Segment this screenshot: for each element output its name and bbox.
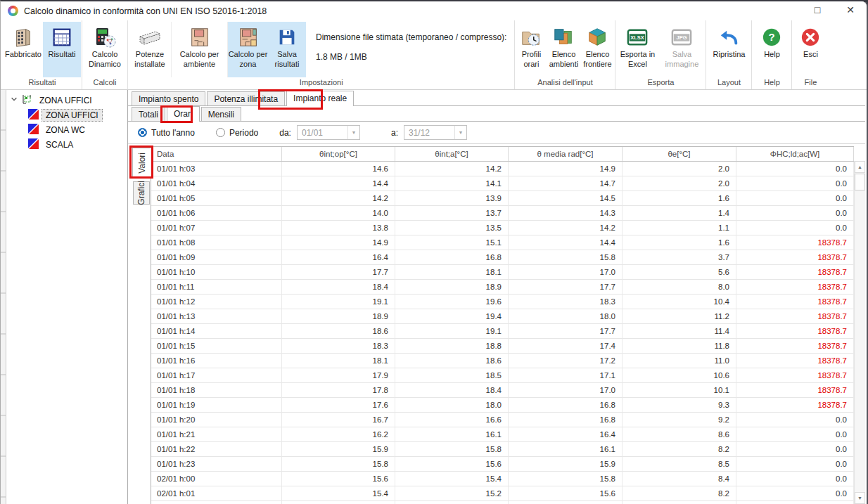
column-header-phi-hc[interactable]: ΦHC;ld;ac[W] [736,147,854,161]
calcolo-dinamico-button[interactable]: Calcolo Dinamico [83,22,127,77]
tree-item-scala[interactable]: SCALA [6,137,127,152]
table-row[interactable]: 01/01 h:0916.416.815.83.718378.7 [151,250,854,265]
cell-value: 17.2 [509,354,623,368]
cell-value: 14.7 [509,176,623,191]
table-row[interactable]: 01/01 h:2215.915.816.18.20.0 [151,442,854,457]
help-button[interactable]: ? Help [753,22,791,77]
cell-value: 14.2 [395,162,509,176]
column-header-theta-media-rad[interactable]: θ media rad[°C] [509,147,623,161]
radio-tutto-anno-label: Tutto l'anno [151,128,195,138]
column-header-theta-int-op[interactable]: θint;op[°C] [282,147,395,161]
cell-value: 14.5 [509,191,623,206]
table-icon [51,24,73,50]
table-row[interactable]: 01/01 h:1817.818.417.010.118378.7 [151,383,854,398]
risultati-button[interactable]: Risultati [43,22,81,77]
button-label: Calcolo Dinamico [83,50,127,70]
elenco-frontiere-button[interactable]: Elenco frontiere [580,22,614,77]
salva-immagine-button[interactable]: JPG Salva immagine [658,22,705,77]
table-row[interactable]: 01/01 h:2116.216.116.48.60.0 [151,427,854,442]
fabbricato-button[interactable]: Fabbricato [4,22,43,77]
date-to-select[interactable]: 31/12 ▼ [404,125,467,140]
cell-date: 02/01 h:01 [151,486,282,501]
cell-date: 01/01 h:20 [151,413,282,427]
table-row[interactable]: 01/01 h:1118.418.917.78.018378.7 [151,280,854,295]
table-row[interactable]: 01/01 h:0713.813.514.21.10.0 [151,221,854,235]
cell-value: 18.8 [395,339,509,354]
cell-date: 01/01 h:15 [151,339,282,354]
tab-mensili[interactable]: Mensili [201,107,241,121]
collapsed-panel-strip[interactable] [1,90,6,504]
table-row[interactable]: 01/01 h:0614.013.714.31.40.0 [151,206,854,221]
button-label: Elenco ambienti [547,50,580,70]
close-button[interactable]: ✕ [843,4,857,15]
tree-root-label: ZONA UFFICI [35,94,96,107]
cell-value: 19.6 [395,295,509,309]
profili-orari-button[interactable]: Profili orari [516,22,547,77]
scroll-down-button[interactable]: ▼ [855,492,865,504]
table-row[interactable]: 01/01 h:1618.118.617.211.018378.7 [151,354,854,368]
table-row[interactable]: 01/01 h:1219.119.618.310.418378.7 [151,295,854,309]
esporta-excel-button[interactable]: XLSX Esporta in Excel [616,22,658,77]
salva-risultati-button[interactable]: Salva risultati [268,22,306,77]
table-row[interactable]: 01/01 h:0814.915.114.41.618378.7 [151,235,854,250]
maximize-button[interactable]: □ [810,4,824,15]
table-row[interactable]: 01/01 h:1318.919.418.011.218378.7 [151,309,854,324]
table-row[interactable]: 01/01 h:2315.815.615.98.50.0 [151,457,854,472]
app-window: Calcolo dinamico in conformità con UNI E… [0,0,868,504]
column-header-data[interactable]: Data [151,147,282,161]
app-logo-icon [8,6,18,16]
cell-date: 01/01 h:03 [151,162,282,176]
scroll-up-button[interactable]: ▲ [855,161,865,173]
date-from-select[interactable]: 01/01 ▼ [297,125,360,140]
radio-tutto-anno[interactable] [138,128,147,137]
vertical-scrollbar[interactable]: ▲ ▼ [854,161,865,504]
tab-impianto-reale[interactable]: Impianto reale [286,91,354,106]
tab-orari[interactable]: Orari [167,106,200,122]
table-row[interactable]: 01/01 h:0514.213.914.51.60.0 [151,191,854,206]
cell-value: 18378.7 [736,368,854,383]
tree-item-zona-wc[interactable]: ZONA WC [6,122,127,137]
ripristina-button[interactable]: Ripristina [707,22,751,77]
tab-impianto-spento[interactable]: Impianto spento [132,91,205,105]
table-row[interactable]: 01/01 h:1518.318.817.411.818378.7 [151,339,854,354]
calcolo-per-ambiente-button[interactable]: Calcolo per ambiente [171,22,227,77]
elenco-ambienti-button[interactable]: Elenco ambienti [547,22,580,77]
esci-button[interactable]: Esci [793,22,828,77]
table-row[interactable]: 02/01 h:0015.615.415.88.40.0 [151,472,854,486]
ribbon-group-esporta: XLSX Esporta in Excel JPG Salva immagine… [615,20,706,89]
tree-root-zona-uffici[interactable]: ZONA UFFICI [6,93,127,108]
cell-value: 16.1 [509,442,623,457]
table-row[interactable]: 01/01 h:2016.716.616.89.20.0 [151,413,854,427]
cell-value: 1.6 [623,191,736,206]
cell-value: 17.0 [509,383,623,398]
cell-value: 17.8 [282,383,395,398]
cell-value: 1.6 [623,235,736,250]
table-row[interactable]: 01/01 h:1418.619.117.711.418378.7 [151,324,854,339]
column-header-theta-e[interactable]: θe[°C] [623,147,736,161]
tab-totali[interactable]: Totali [132,107,165,121]
radio-periodo[interactable] [216,128,225,137]
tree-item-zona-uffici[interactable]: ZONA UFFICI [6,108,127,122]
potenze-installate-button[interactable]: Potenze installate [129,22,171,77]
cell-value: 17.0 [509,265,623,280]
column-header-theta-int-a[interactable]: θint;a[°C] [395,147,509,161]
cell-value: 18.9 [282,309,395,324]
table-row[interactable]: 01/01 h:0314.614.214.92.00.0 [151,162,854,176]
floorplan-ambiente-icon [189,24,211,50]
cell-value: 16.1 [395,427,509,442]
table-row[interactable]: 01/01 h:1717.918.517.110.618378.7 [151,368,854,383]
table-row[interactable]: 01/01 h:1917.618.016.89.318378.7 [151,398,854,413]
table-row[interactable]: 01/01 h:0414.414.114.72.00.0 [151,176,854,191]
cell-value: 16.7 [282,413,395,427]
file-size-label: Dimensione file stimata (temporaneo / co… [316,32,506,42]
tab-grafici-label: Grafici [136,181,146,205]
tab-grafici[interactable]: Grafici [133,181,150,205]
tab-potenza-illimitata[interactable]: Potenza illimitata [207,91,285,105]
tab-valori[interactable]: Valori [132,148,151,178]
calcolo-per-zona-button[interactable]: Calcolo per zona [227,22,268,77]
cell-date: 01/01 h:07 [151,221,282,235]
table-row[interactable]: 02/01 h:0115.415.215.68.20.0 [151,486,854,501]
table-row[interactable]: 01/01 h:1017.718.117.05.618378.7 [151,265,854,280]
scrollbar-thumb[interactable] [855,174,865,190]
cell-value: 15.4 [395,472,509,486]
